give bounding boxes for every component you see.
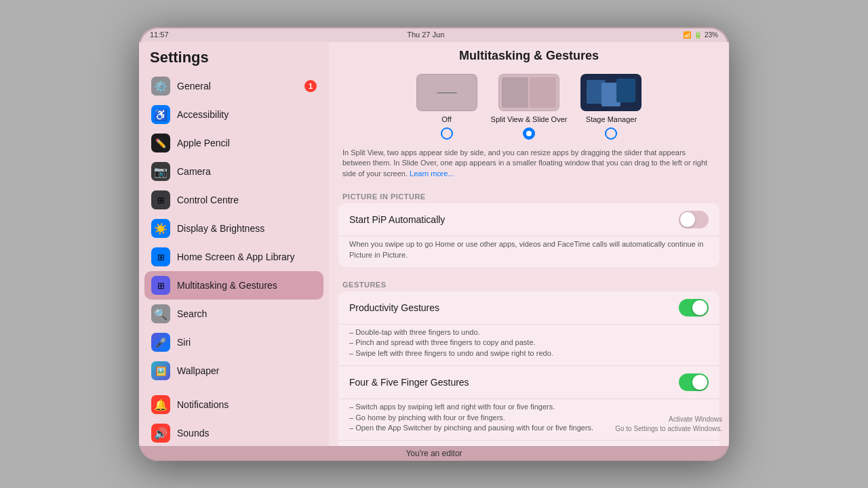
pip-toggle[interactable] (679, 211, 709, 228)
pip-group: Start PiP Automatically When you swipe u… (338, 203, 719, 267)
camera-label: Camera (177, 166, 317, 177)
bottom-bar-label: You're an editor (406, 449, 462, 458)
learn-more-link[interactable]: Learn more... (410, 169, 454, 178)
wallpaper-icon: 🖼️ (151, 361, 170, 380)
battery-percent: 23% (705, 31, 718, 39)
sidebar: Settings ⚙️ General 1 ♿ Accessibility ✏️… (139, 42, 329, 446)
four-five-finger-toggle[interactable] (679, 373, 709, 391)
accessibility-label: Accessibility (177, 109, 317, 120)
apple-pencil-label: Apple Pencil (177, 138, 317, 148)
sidebar-item-control-centre[interactable]: ⊞ Control Centre (144, 186, 323, 214)
sidebar-item-accessibility[interactable]: ♿ Accessibility (144, 100, 323, 129)
siri-icon: 🎤 (151, 333, 170, 352)
sidebar-item-apple-pencil[interactable]: ✏️ Apple Pencil (144, 129, 323, 157)
home-screen-label: Home Screen & App Library (177, 251, 317, 262)
pip-row[interactable]: Start PiP Automatically (338, 203, 719, 237)
multitasking-icon: ⊞ (151, 276, 170, 295)
productivity-gestures-row[interactable]: Productivity Gestures (338, 291, 719, 325)
general-icon: ⚙️ (151, 77, 170, 96)
pip-label: Start PiP Automatically (349, 214, 679, 225)
view-thumb-stage (580, 74, 642, 111)
radio-off[interactable] (441, 127, 453, 140)
main-content: Multitasking & Gestures Off (329, 42, 729, 446)
siri-label: Siri (177, 337, 317, 348)
sidebar-item-camera[interactable]: 📷 Camera (144, 157, 323, 186)
pip-toggle-knob (680, 212, 695, 227)
search-label: Search (177, 308, 317, 319)
content-area: Settings ⚙️ General 1 ♿ Accessibility ✏️… (139, 42, 729, 446)
control-centre-icon: ⊞ (151, 190, 170, 209)
general-label: General (177, 81, 298, 92)
view-option-stage[interactable]: Stage Manager (580, 74, 642, 140)
status-time: 11:57 (150, 30, 169, 39)
sidebar-item-home-screen[interactable]: ⊞ Home Screen & App Library (144, 243, 323, 271)
view-mode-section: Off Split View & Slide Over (329, 68, 729, 145)
camera-icon: 📷 (151, 162, 170, 181)
sidebar-list: ⚙️ General 1 ♿ Accessibility ✏️ Apple Pe… (139, 72, 329, 446)
productivity-gestures-desc: – Double-tap with three fingers to undo.… (338, 325, 719, 366)
productivity-gestures-label: Productivity Gestures (349, 302, 679, 313)
four-five-finger-label: Four & Five Finger Gestures (349, 377, 679, 388)
display-brightness-label: Display & Brightness (177, 223, 317, 234)
wifi-icon: 📶 (683, 31, 691, 39)
radio-stage[interactable] (605, 127, 617, 140)
multitasking-label: Multitasking & Gestures (177, 280, 317, 291)
view-option-off[interactable]: Off (416, 74, 477, 140)
view-label-stage: Stage Manager (586, 115, 637, 123)
radio-split[interactable] (523, 127, 535, 140)
notifications-label: Notifications (177, 399, 317, 410)
home-screen-icon: ⊞ (151, 247, 170, 266)
productivity-toggle-knob (692, 300, 707, 315)
apple-pencil-icon: ✏️ (151, 134, 170, 152)
sidebar-item-search[interactable]: 🔍 Search (144, 300, 323, 328)
sidebar-item-notifications[interactable]: 🔔 Notifications (144, 390, 323, 419)
display-brightness-icon: ☀️ (151, 219, 170, 238)
sidebar-item-siri[interactable]: 🎤 Siri (144, 328, 323, 357)
status-right: 📶 🔋 23% (683, 31, 718, 39)
search-icon: 🔍 (151, 304, 170, 323)
activate-windows-label: Activate Windows (615, 415, 722, 424)
status-date: Thu 27 Jun (407, 30, 444, 39)
view-thumb-off (416, 74, 477, 111)
sidebar-title: Settings (139, 42, 329, 72)
sidebar-item-general[interactable]: ⚙️ General 1 (144, 72, 323, 100)
shake-undo-row[interactable]: Shake to Undo (338, 441, 719, 446)
control-centre-label: Control Centre (177, 195, 317, 205)
view-thumb-split (498, 74, 559, 111)
status-bar: 11:57 Thu 27 Jun 📶 🔋 23% (139, 27, 729, 42)
view-label-off: Off (441, 115, 451, 123)
sidebar-item-wallpaper[interactable]: 🖼️ Wallpaper (144, 357, 323, 385)
sidebar-item-sounds[interactable]: 🔊 Sounds (144, 419, 323, 446)
accessibility-icon: ♿ (151, 105, 170, 124)
four-five-toggle-knob (692, 375, 707, 390)
view-label-split: Split View & Slide Over (491, 115, 568, 123)
tablet-frame: 11:57 Thu 27 Jun 📶 🔋 23% Settings ⚙️ Gen… (139, 27, 729, 461)
pip-section-header: PICTURE IN PICTURE (329, 186, 729, 203)
activation-notice: Activate Windows Go to Settings to activ… (615, 415, 722, 434)
bottom-bar: You're an editor (139, 446, 729, 461)
sidebar-item-multitasking[interactable]: ⊞ Multitasking & Gestures (144, 271, 323, 300)
main-title: Multitasking & Gestures (329, 42, 729, 68)
sounds-icon: 🔊 (151, 424, 170, 443)
activate-windows-desc: Go to Settings to activate Windows. (615, 424, 722, 434)
battery-icon: 🔋 (694, 31, 702, 39)
gestures-section-header: GESTURES (329, 274, 729, 291)
view-option-split[interactable]: Split View & Slide Over (491, 74, 568, 140)
split-view-description: In Split View, two apps appear side by s… (329, 145, 729, 186)
sidebar-item-display-brightness[interactable]: ☀️ Display & Brightness (144, 214, 323, 243)
general-badge: 1 (304, 80, 317, 92)
notifications-icon: 🔔 (151, 395, 170, 414)
four-five-finger-row[interactable]: Four & Five Finger Gestures (338, 366, 719, 399)
pip-description: When you swipe up to go Home or use othe… (338, 237, 719, 267)
productivity-gestures-toggle[interactable] (679, 299, 709, 317)
sounds-label: Sounds (177, 428, 317, 439)
wallpaper-label: Wallpaper (177, 365, 317, 376)
